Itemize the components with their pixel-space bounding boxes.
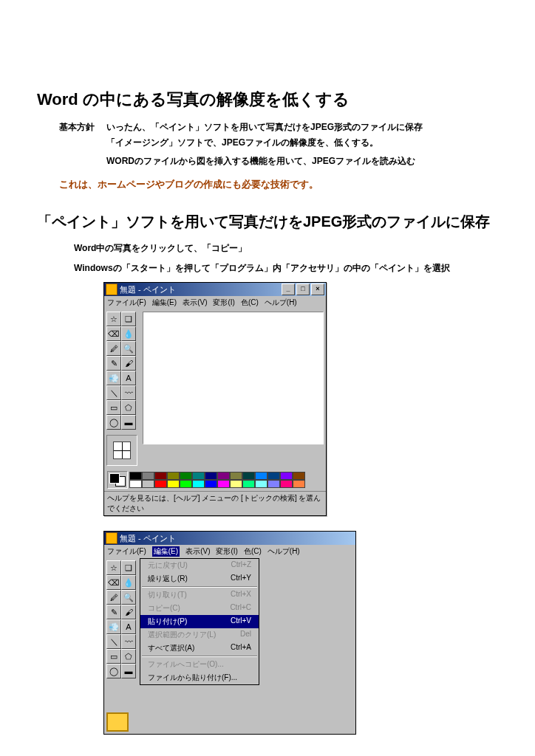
color-swatch-22[interactable] <box>230 480 242 488</box>
color-swatch-8[interactable] <box>230 472 242 480</box>
menu-image[interactable]: 変形(I) <box>213 298 234 308</box>
tool-8[interactable]: 💨 <box>106 371 121 385</box>
menu-bar-2: ファイル(F) 編集(E) 表示(V) 変形(I) 色(C) ヘルプ(H) <box>104 545 355 558</box>
color-swatch-12[interactable] <box>280 472 293 480</box>
tool-0[interactable]: ☆ <box>106 312 121 326</box>
menu-view-2[interactable]: 表示(V) <box>185 546 210 557</box>
heading-section: 「ペイント」ソフトを用いて写真だけをJPEG形式のファイルに保存 <box>37 212 498 232</box>
minimize-button[interactable]: _ <box>282 284 295 295</box>
tool-12[interactable]: ▭ <box>106 400 121 415</box>
tool-8[interactable]: 💨 <box>106 619 121 634</box>
tool-12[interactable]: ▭ <box>106 649 121 664</box>
menu-colors[interactable]: 色(C) <box>241 298 259 308</box>
canvas[interactable] <box>143 312 324 444</box>
policy-line-2: 「イメージング」ソフトで、JPEGファイルの解像度を、低くする。 <box>37 137 498 149</box>
color-swatch-16[interactable] <box>154 480 167 488</box>
color-swatch-7[interactable] <box>217 472 230 480</box>
status-bar: ヘルプを見るには、[ヘルプ] メニューの [トピックの検索] を選んでください <box>104 491 326 515</box>
menu-view[interactable]: 表示(V) <box>183 298 207 308</box>
tool-3[interactable]: 💧 <box>121 326 136 341</box>
tool-15[interactable]: ▬ <box>121 415 136 430</box>
tool-4[interactable]: 🖉 <box>106 590 121 605</box>
tool-9[interactable]: A <box>121 619 136 634</box>
selection-indicator-icon <box>106 712 129 732</box>
color-swatch-24[interactable] <box>255 480 268 488</box>
color-swatch-26[interactable] <box>280 480 293 488</box>
color-swatch-18[interactable] <box>180 480 192 488</box>
menu-edit-2[interactable]: 編集(E) <box>152 546 180 557</box>
tool-14[interactable]: ◯ <box>106 415 121 430</box>
tool-7[interactable]: 🖌 <box>121 605 136 619</box>
tool-11[interactable]: 〰 <box>121 634 136 649</box>
tool-9[interactable]: A <box>121 371 136 385</box>
step-1: Word中の写真をクリックして、「コピー」 <box>37 242 498 255</box>
menu-colors-2[interactable]: 色(C) <box>244 546 262 557</box>
color-swatch-9[interactable] <box>242 472 255 480</box>
tool-4[interactable]: 🖉 <box>106 341 121 356</box>
tool-1[interactable]: ❑ <box>121 560 136 575</box>
color-swatch-20[interactable] <box>205 480 217 488</box>
color-swatch-17[interactable] <box>167 480 180 488</box>
tool-2[interactable]: ⌫ <box>106 575 121 590</box>
tool-6[interactable]: ✎ <box>106 356 121 371</box>
maximize-button[interactable]: □ <box>296 284 310 295</box>
tool-3[interactable]: 💧 <box>121 575 136 590</box>
paint-window: 無題 - ペイント _ □ × ファイル(F) 編集(E) 表示(V) 変形(I… <box>103 282 327 516</box>
menu-separator <box>142 656 257 657</box>
color-swatch-13[interactable] <box>293 472 305 480</box>
color-swatch-3[interactable] <box>167 472 180 480</box>
tool-5[interactable]: 🔍 <box>121 590 136 605</box>
tool-1[interactable]: ❑ <box>121 312 136 326</box>
menu-help-2[interactable]: ヘルプ(H) <box>268 546 300 557</box>
edit-menu-item-5[interactable]: 貼り付け(P)Ctrl+V <box>140 615 259 628</box>
edit-dropdown: 元に戻す(U)Ctrl+Z繰り返し(R)Ctrl+Y切り取り(T)Ctrl+Xコ… <box>140 558 259 685</box>
color-swatch-2[interactable] <box>154 472 167 480</box>
menu-image-2[interactable]: 変形(I) <box>216 546 237 557</box>
color-swatch-10[interactable] <box>255 472 268 480</box>
tool-6[interactable]: ✎ <box>106 605 121 619</box>
color-swatch-0[interactable] <box>129 472 142 480</box>
color-swatches <box>129 472 305 488</box>
color-swatch-25[interactable] <box>268 480 280 488</box>
edit-menu-item-9: ファイルへコピー(O)... <box>140 658 259 671</box>
color-swatch-15[interactable] <box>142 480 154 488</box>
app-icon-2 <box>106 532 117 544</box>
color-swatch-27[interactable] <box>293 480 305 488</box>
edit-menu-item-4: コピー(C)Ctrl+C <box>140 602 259 615</box>
policy-line-3: WORDのファイルから図を挿入する機能を用いて、JPEGファイルを読み込む <box>37 155 498 168</box>
tool-5[interactable]: 🔍 <box>121 341 136 356</box>
tool-13[interactable]: ⬠ <box>121 400 136 415</box>
fg-bg-indicator[interactable] <box>107 471 128 489</box>
step-2: Windowsの「スタート」を押して「プログラム」内「アクセサリ」の中の「ペイン… <box>37 262 498 275</box>
menu-file-2[interactable]: ファイル(F) <box>107 546 146 557</box>
tool-10[interactable]: ＼ <box>106 385 121 400</box>
tool-0[interactable]: ☆ <box>106 560 121 575</box>
close-button[interactable]: × <box>311 284 324 295</box>
edit-menu-item-3: 切り取り(T)Ctrl+X <box>140 588 259 602</box>
tool-10[interactable]: ＼ <box>106 634 121 649</box>
edit-menu-item-7[interactable]: すべて選択(A)Ctrl+A <box>140 642 259 655</box>
menu-help[interactable]: ヘルプ(H) <box>265 298 297 308</box>
window-title: 無題 - ペイント <box>120 284 176 295</box>
tool-13[interactable]: ⬠ <box>121 649 136 664</box>
color-swatch-4[interactable] <box>180 472 192 480</box>
color-swatch-11[interactable] <box>268 472 280 480</box>
color-swatch-5[interactable] <box>192 472 205 480</box>
color-swatch-6[interactable] <box>205 472 217 480</box>
menu-file[interactable]: ファイル(F) <box>107 298 146 308</box>
color-swatch-21[interactable] <box>217 480 230 488</box>
menu-separator <box>142 586 257 588</box>
tool-11[interactable]: 〰 <box>121 385 136 400</box>
color-swatch-23[interactable] <box>242 480 255 488</box>
tool-2[interactable]: ⌫ <box>106 326 121 341</box>
tool-15[interactable]: ▬ <box>121 664 136 678</box>
edit-menu-item-1[interactable]: 繰り返し(R)Ctrl+Y <box>140 572 259 585</box>
color-swatch-1[interactable] <box>142 472 154 480</box>
tool-7[interactable]: 🖌 <box>121 356 136 371</box>
tool-options <box>106 435 137 466</box>
edit-menu-item-10[interactable]: ファイルから貼り付け(F)... <box>140 671 259 684</box>
color-swatch-14[interactable] <box>129 480 142 488</box>
color-swatch-19[interactable] <box>192 480 205 488</box>
tool-14[interactable]: ◯ <box>106 664 121 678</box>
menu-edit[interactable]: 編集(E) <box>152 298 177 308</box>
